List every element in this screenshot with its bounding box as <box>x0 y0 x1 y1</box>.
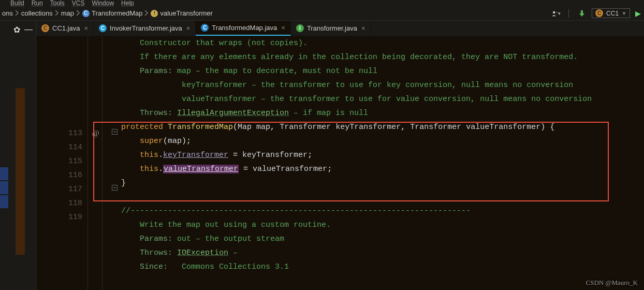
gear-icon[interactable]: ✿ <box>13 25 20 35</box>
menu-bar: Build Run Tools VCS Window Help <box>0 0 644 6</box>
tab-label: TransformedMap.java <box>212 24 277 32</box>
highlighted-field: valueTransformer <box>163 165 239 173</box>
menu-help[interactable]: Help <box>121 0 134 6</box>
java-class-icon: C <box>99 24 107 32</box>
run-config-name: CC1 <box>606 10 619 17</box>
minimize-icon[interactable]: — <box>24 25 33 35</box>
menu-window[interactable]: Window <box>92 0 114 6</box>
code-text[interactable]: Constructor that wraps (not copies). If … <box>121 36 592 274</box>
tab-transformedmap[interactable]: C TransformedMap.java × <box>196 21 291 36</box>
toolbar-right: +▾ │ C CC1 ▼ ▶ <box>551 6 641 20</box>
crumb-pkg2[interactable]: collections <box>21 9 53 17</box>
tab-transformer[interactable]: I Transformer.java × <box>291 21 371 36</box>
user-add-icon[interactable]: +▾ <box>551 9 561 18</box>
chevron-right-icon <box>144 9 149 17</box>
run-button[interactable]: ▶ <box>635 9 641 18</box>
chevron-right-icon <box>76 9 80 17</box>
tab-label: InvokerTransformer.java <box>110 24 182 32</box>
close-icon[interactable]: × <box>84 24 88 32</box>
tab-invoker[interactable]: C InvokerTransformer.java × <box>94 21 196 36</box>
line-number: 113 <box>36 126 82 140</box>
project-highlight <box>16 88 25 255</box>
class-icon: C <box>82 10 90 17</box>
menu-run[interactable]: Run <box>32 0 43 6</box>
line-number: 116 <box>36 168 82 182</box>
editor-tabs: C CC1.java × C InvokerTransformer.java ×… <box>36 21 644 36</box>
crumb-pkg3[interactable]: map <box>61 9 74 17</box>
run-config-selector[interactable]: C CC1 ▼ <box>592 8 630 18</box>
line-number: 114 <box>36 140 82 154</box>
tab-label: Transformer.java <box>307 24 357 32</box>
left-toolstrip: ✿ — <box>0 21 36 290</box>
menu-tools[interactable]: Tools <box>50 0 65 6</box>
tab-cc1[interactable]: C CC1.java × <box>36 21 94 36</box>
line-number: 115 <box>36 154 82 168</box>
line-number: 119 <box>36 210 82 224</box>
config-icon: C <box>595 9 603 17</box>
watermark: CSDN @Mauro_K <box>586 279 638 287</box>
close-icon[interactable]: × <box>281 24 285 32</box>
tab-label: CC1.java <box>52 24 80 32</box>
chevron-down-icon: ▼ <box>622 11 626 16</box>
crumb-class[interactable]: CTransformedMap <box>82 9 143 17</box>
crumb-field[interactable]: fvalueTransformer <box>151 9 212 17</box>
breadcrumb: ons collections map CTransformedMap fval… <box>0 6 644 21</box>
java-class-icon: C <box>201 24 209 32</box>
line-number: 117 <box>36 182 82 196</box>
chevron-right-icon <box>55 9 59 17</box>
separator: │ <box>566 9 572 18</box>
code-editor[interactable]: 113 114 115 116 117 118 119 @ Constructo… <box>36 36 644 290</box>
chevron-right-icon <box>15 9 19 17</box>
svg-text:+: + <box>556 10 558 13</box>
java-class-icon: C <box>41 24 49 32</box>
gutter: 113 114 115 116 117 118 119 <box>36 36 88 290</box>
project-markers <box>0 167 8 209</box>
field-icon: f <box>151 10 158 17</box>
vcs-update-icon[interactable] <box>577 9 587 18</box>
close-icon[interactable]: × <box>186 24 191 32</box>
svg-point-0 <box>553 11 555 13</box>
crumb-pkg1[interactable]: ons <box>2 9 13 17</box>
line-number: 118 <box>36 196 82 210</box>
java-interface-icon: I <box>296 24 304 32</box>
menu-build[interactable]: Build <box>10 0 24 6</box>
editor: C CC1.java × C InvokerTransformer.java ×… <box>36 21 644 290</box>
menu-vcs[interactable]: VCS <box>72 0 85 6</box>
close-icon[interactable]: × <box>361 24 365 32</box>
